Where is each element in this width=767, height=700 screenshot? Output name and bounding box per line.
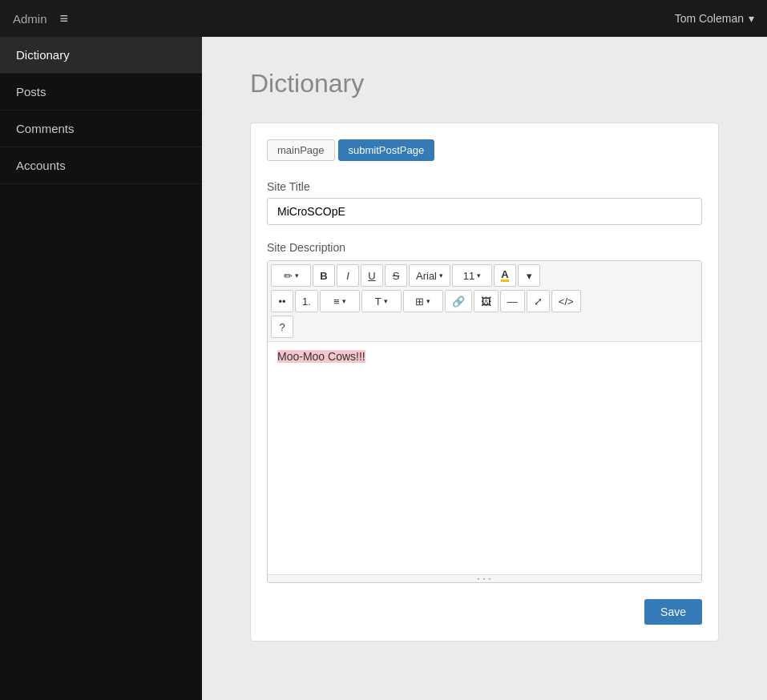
table-button[interactable]: ⊞ ▾	[403, 290, 443, 312]
toolbar-row-2: •• 1. ≡ ▾ T ▾ ⊞ ▾ 🔗 🖼 — ⤢ </>	[271, 290, 698, 312]
strikethrough-button[interactable]: S	[385, 264, 407, 287]
site-title-label: Site Title	[267, 180, 702, 193]
tab-mainpage[interactable]: mainPage	[267, 139, 335, 161]
unordered-list-button[interactable]: ••	[271, 290, 293, 312]
page-title: Dictionary	[250, 69, 719, 99]
editor-toolbar: ✏ ▾ B I U S Arial ▾ 11 ▾ A ▾ •• 1.	[268, 261, 701, 342]
code-button[interactable]: </>	[551, 290, 581, 312]
underline-button[interactable]: U	[361, 264, 383, 287]
link-button[interactable]: 🔗	[445, 290, 472, 312]
main-layout: Dictionary Posts Comments Accounts Dicti…	[0, 37, 767, 700]
user-menu[interactable]: Tom Coleman ▾	[675, 12, 754, 25]
settings-card: mainPage submitPostPage Site Title Site …	[250, 123, 719, 642]
username-label: Tom Coleman	[675, 12, 744, 25]
hamburger-icon[interactable]: ≡	[60, 10, 69, 27]
editor-content-area[interactable]: Moo-Moo Cows!!!	[268, 342, 701, 574]
font-color-button[interactable]: A	[494, 264, 516, 287]
resize-dots-icon: • • •	[478, 575, 492, 582]
site-title-input[interactable]	[267, 198, 702, 225]
text-style-button[interactable]: T ▾	[361, 290, 402, 312]
hr-button[interactable]: —	[500, 290, 525, 312]
align-button[interactable]: ≡ ▾	[320, 290, 360, 312]
more-options-button[interactable]: ▾	[518, 264, 540, 287]
toolbar-row-3: ?	[271, 316, 698, 338]
font-size-button[interactable]: 11 ▾	[452, 264, 492, 287]
bold-button[interactable]: B	[313, 264, 335, 287]
ordered-list-button[interactable]: 1.	[295, 290, 318, 312]
editor-selected-text: Moo-Moo Cows!!!	[277, 350, 365, 363]
image-button[interactable]: 🖼	[474, 290, 499, 312]
fullscreen-button[interactable]: ⤢	[527, 290, 550, 312]
sidebar-item-posts[interactable]: Posts	[0, 74, 202, 111]
site-description-label: Site Description	[267, 241, 702, 254]
eraser-button[interactable]: ✏ ▾	[271, 264, 311, 287]
save-button[interactable]: Save	[644, 599, 702, 625]
sidebar-item-dictionary[interactable]: Dictionary	[0, 37, 202, 74]
tab-bar: mainPage submitPostPage	[267, 139, 702, 161]
rich-text-editor: ✏ ▾ B I U S Arial ▾ 11 ▾ A ▾ •• 1.	[267, 260, 702, 583]
save-row: Save	[267, 599, 702, 625]
italic-button[interactable]: I	[337, 264, 359, 287]
sidebar: Dictionary Posts Comments Accounts	[0, 37, 202, 700]
editor-resize-handle[interactable]: • • •	[268, 574, 701, 582]
sidebar-item-comments[interactable]: Comments	[0, 111, 202, 147]
content-area: Dictionary mainPage submitPostPage Site …	[202, 37, 767, 700]
font-family-button[interactable]: Arial ▾	[409, 264, 450, 287]
help-button[interactable]: ?	[271, 316, 293, 338]
navbar-left: Admin ≡	[13, 10, 68, 27]
tab-submitpostpage[interactable]: submitPostPage	[338, 139, 435, 161]
toolbar-row-1: ✏ ▾ B I U S Arial ▾ 11 ▾ A ▾	[271, 264, 698, 287]
sidebar-item-accounts[interactable]: Accounts	[0, 147, 202, 184]
top-navbar: Admin ≡ Tom Coleman ▾	[0, 0, 767, 37]
brand-label: Admin	[13, 12, 47, 26]
user-dropdown-caret: ▾	[749, 12, 754, 25]
